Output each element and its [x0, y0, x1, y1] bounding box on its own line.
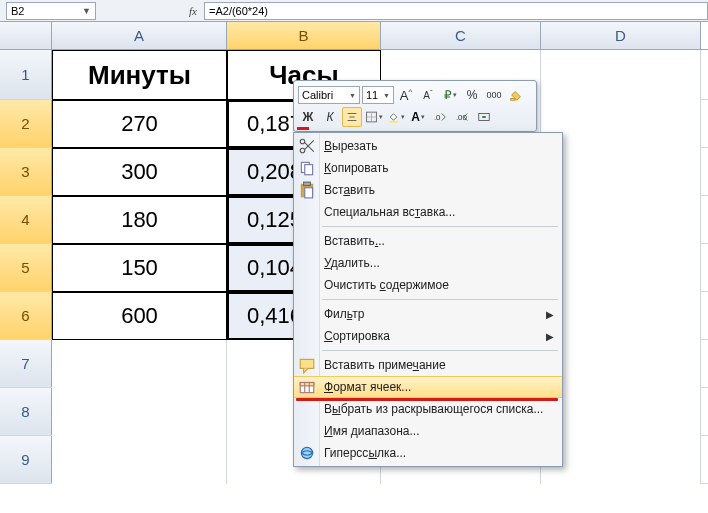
hyperlink-icon	[298, 444, 316, 462]
ctx-filter[interactable]: Фильтр ▶	[294, 303, 562, 325]
column-header-row: A B C D	[0, 22, 708, 50]
cell-D3[interactable]	[541, 148, 701, 196]
font-size-value: 11	[366, 89, 378, 101]
comma-format-button[interactable]: 000	[484, 85, 504, 105]
italic-button[interactable]: К	[320, 107, 340, 127]
ctx-pick-from-list-label: Выбрать из раскрывающегося списка...	[324, 402, 543, 416]
increase-decimal-button[interactable]: .0	[430, 107, 450, 127]
ctx-cut-label: Вырезать	[324, 139, 377, 153]
percent-format-button[interactable]: %	[462, 85, 482, 105]
bold-button[interactable]: Ж	[298, 107, 318, 127]
ctx-separator	[322, 299, 558, 300]
format-painter-button[interactable]	[506, 85, 526, 105]
formula-input[interactable]: =A2/(60*24)	[204, 2, 708, 20]
ctx-format-cells-label: Формат ячеек...	[324, 380, 411, 394]
mini-toolbar: Calibri▼ 11▼ A^ Aˇ ₽▾ % 000 Ж К ▾ ▾ A ▾ …	[293, 80, 537, 132]
cell-A7[interactable]	[52, 340, 227, 388]
ctx-insert[interactable]: Вставить...	[294, 230, 562, 252]
svg-text:.00: .00	[456, 113, 468, 122]
svg-rect-17	[305, 165, 313, 175]
cell-A4[interactable]: 180	[52, 196, 227, 244]
cell-A5[interactable]: 150	[52, 244, 227, 292]
svg-rect-19	[304, 182, 311, 185]
borders-button[interactable]: ▾	[364, 107, 384, 127]
ctx-delete[interactable]: Удалить...	[294, 252, 562, 274]
row-header-2[interactable]: 2	[0, 100, 52, 147]
shrink-font-button[interactable]: Aˇ	[418, 85, 438, 105]
comment-icon	[298, 356, 316, 374]
ctx-copy[interactable]: Копировать	[294, 157, 562, 179]
grow-font-button[interactable]: A^	[396, 85, 416, 105]
row-header-5[interactable]: 5	[0, 244, 52, 291]
column-header-B[interactable]: B	[227, 22, 381, 49]
ctx-name-range-label: Имя диапазона...	[324, 424, 419, 438]
name-box-value: B2	[11, 5, 24, 17]
ctx-hyperlink[interactable]: Гиперссылка...	[294, 442, 562, 464]
cell-A2[interactable]: 270	[52, 100, 227, 148]
decrease-decimal-button[interactable]: .00	[452, 107, 472, 127]
ctx-insert-comment[interactable]: Вставить примечание	[294, 354, 562, 376]
ctx-sort-label: Сортировка	[324, 329, 390, 343]
fx-icon[interactable]: fx	[182, 5, 204, 17]
row-header-1[interactable]: 1	[0, 50, 52, 99]
cell-D2[interactable]	[541, 100, 701, 148]
ctx-hyperlink-label: Гиперссылка...	[324, 446, 406, 460]
ctx-sort[interactable]: Сортировка ▶	[294, 325, 562, 347]
column-header-C[interactable]: C	[381, 22, 541, 49]
svg-point-26	[301, 447, 312, 458]
cell-D9[interactable]	[541, 436, 701, 484]
name-box[interactable]: B2 ▼	[6, 2, 96, 20]
row-header-8[interactable]: 8	[0, 388, 52, 435]
svg-rect-21	[300, 359, 314, 368]
ctx-insert-comment-label: Вставить примечание	[324, 358, 446, 372]
ctx-cut[interactable]: Вырезать	[294, 135, 562, 157]
column-header-D[interactable]: D	[541, 22, 701, 49]
cell-A1[interactable]: Минуты	[52, 50, 227, 100]
ctx-paste-special-label: Специальная вставка...	[324, 205, 455, 219]
cell-D6[interactable]	[541, 292, 701, 340]
cell-A9[interactable]	[52, 436, 227, 484]
accounting-format-button[interactable]: ₽▾	[440, 85, 460, 105]
ctx-paste-special[interactable]: Специальная вставка...	[294, 201, 562, 223]
row-header-6[interactable]: 6	[0, 292, 52, 339]
column-header-A[interactable]: A	[52, 22, 227, 49]
svg-point-13	[300, 139, 305, 144]
ctx-format-cells[interactable]: Формат ячеек...	[294, 376, 562, 398]
svg-text:.0: .0	[434, 113, 441, 122]
ctx-paste-label: Вставить	[324, 183, 375, 197]
ctx-delete-label: Удалить...	[324, 256, 380, 270]
svg-line-15	[305, 140, 314, 149]
select-all-corner[interactable]	[0, 22, 52, 49]
cell-D1[interactable]	[541, 50, 701, 100]
chevron-down-icon[interactable]: ▼	[82, 6, 91, 16]
context-menu: Вырезать Копировать Вставить Специальная…	[293, 132, 563, 467]
ctx-copy-label: Копировать	[324, 161, 389, 175]
cell-A8[interactable]	[52, 388, 227, 436]
cell-D5[interactable]	[541, 244, 701, 292]
row-header-9[interactable]: 9	[0, 436, 52, 483]
fill-color-button[interactable]: ▾	[386, 107, 406, 127]
row-header-3[interactable]: 3	[0, 148, 52, 195]
align-center-button[interactable]	[342, 107, 362, 127]
row-header-4[interactable]: 4	[0, 196, 52, 243]
ctx-separator	[322, 350, 558, 351]
font-size-select[interactable]: 11▼	[362, 86, 394, 104]
format-cells-icon	[298, 378, 316, 396]
merge-center-button[interactable]	[474, 107, 494, 127]
cell-A3[interactable]: 300	[52, 148, 227, 196]
svg-rect-23	[300, 383, 314, 386]
scissors-icon	[298, 137, 316, 155]
font-name-select[interactable]: Calibri▼	[298, 86, 360, 104]
svg-line-14	[305, 143, 314, 152]
chevron-right-icon: ▶	[546, 331, 554, 342]
ctx-clear[interactable]: Очистить содержимое	[294, 274, 562, 296]
cell-D7[interactable]	[541, 340, 701, 388]
row-header-7[interactable]: 7	[0, 340, 52, 387]
ctx-name-range[interactable]: Имя диапазона...	[294, 420, 562, 442]
ctx-paste[interactable]: Вставить	[294, 179, 562, 201]
cell-D4[interactable]	[541, 196, 701, 244]
font-color-button[interactable]: A ▾	[408, 107, 428, 127]
cell-A6[interactable]: 600	[52, 292, 227, 340]
ctx-pick-from-list[interactable]: Выбрать из раскрывающегося списка...	[294, 398, 562, 420]
cell-D8[interactable]	[541, 388, 701, 436]
